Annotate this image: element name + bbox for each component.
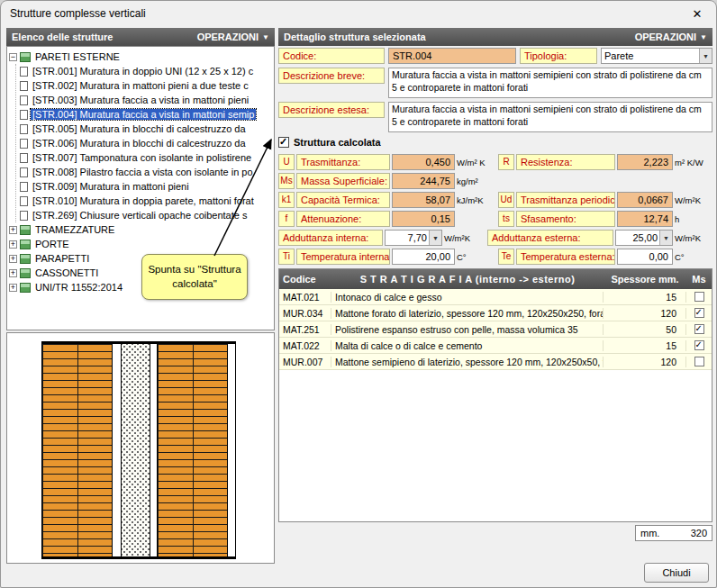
- expand-icon[interactable]: +: [9, 240, 17, 249]
- chevron-down-icon[interactable]: ▼: [659, 231, 672, 245]
- expand-icon[interactable]: +: [9, 269, 17, 277]
- total-thickness-value: 320: [691, 528, 707, 538]
- plaster-layer: [227, 344, 236, 556]
- mortar-layer: [112, 344, 121, 556]
- ms-checkbox[interactable]: [694, 340, 704, 350]
- tree-root[interactable]: + TRAMEZZATURE: [9, 222, 272, 237]
- tree-root-label: PARAPETTI: [33, 253, 91, 264]
- right-panel-header: Dettaglio struttura selezionata OPERAZIO…: [278, 28, 712, 46]
- struttura-calcolata-checkbox[interactable]: [278, 137, 289, 148]
- expand-icon[interactable]: +: [9, 226, 17, 234]
- tipologia-label: Tipologia:: [520, 48, 597, 64]
- cell-descrizione: Intonaco di calce e gesso: [331, 292, 604, 303]
- prefix-r: R: [498, 154, 514, 170]
- document-icon: [20, 67, 28, 77]
- chiudi-button[interactable]: Chiudi: [644, 563, 709, 583]
- trasmittanza-periodica-value: 0,0667: [617, 192, 673, 208]
- right-panel-title: Dettaglio struttura selezionata: [284, 32, 426, 42]
- cell-spessore: 50: [604, 324, 686, 335]
- tree-item[interactable]: [STR.003] Muratura faccia a vista in mat…: [20, 93, 272, 107]
- cell-descrizione: Mattone forato di laterizio, spessore 12…: [331, 308, 604, 319]
- struttura-calcolata-label: Struttura calcolata: [294, 137, 381, 148]
- prefix-ts: ts: [498, 211, 514, 227]
- adduttanza-esterna-select[interactable]: 25,00 ▼: [615, 230, 673, 246]
- ms-checkbox[interactable]: [694, 308, 704, 318]
- descrizione-breve-input[interactable]: Muratura faccia a vista in mattoni semip…: [388, 68, 712, 98]
- sfasamento-unit: h: [675, 214, 712, 224]
- cell-descrizione: Polistirene espanso estruso con pelle, m…: [331, 324, 604, 335]
- document-icon: [20, 124, 28, 134]
- tree-root[interactable]: + PORTE: [9, 237, 272, 251]
- prefix-ud: Ud: [498, 192, 514, 208]
- tree-item[interactable]: [STR.008] Pilastro faccia a vista con is…: [20, 165, 272, 179]
- ms-checkbox[interactable]: [694, 357, 704, 366]
- layers-icon: [20, 268, 31, 278]
- tree-item[interactable]: [STR.001] Muratura in doppio UNI (12 x 2…: [20, 64, 272, 78]
- chevron-down-icon[interactable]: ▼: [429, 231, 441, 245]
- massa-superficiale-label: Massa Superficiale:: [296, 173, 390, 189]
- tree-item[interactable]: [STR.005] Muratura in blocchi di calcest…: [20, 122, 272, 136]
- codice-field[interactable]: STR.004: [388, 48, 516, 64]
- chevron-down-icon: ▼: [700, 33, 707, 41]
- cell-codice: MAT.251: [279, 324, 331, 335]
- table-row[interactable]: MAT.022 Malta di calce o di calce e ceme…: [279, 338, 712, 354]
- header-codice: Codice: [279, 274, 331, 285]
- resistenza-unit: m² K/W: [675, 158, 712, 167]
- brick-layer: [41, 344, 112, 556]
- document-icon: [20, 182, 28, 192]
- sfasamento-value: 12,74: [617, 211, 673, 227]
- tree-item[interactable]: [STR.007] Tamponatura con isolante in po…: [20, 150, 272, 165]
- tree-root-label: PARETI ESTERNE: [33, 51, 122, 62]
- massa-superficiale-value: 244,75: [392, 173, 455, 189]
- tree-item[interactable]: [STR.269] Chiusure verticali opache coib…: [20, 208, 272, 222]
- table-row[interactable]: MUR.034 Mattone forato di laterizio, spe…: [279, 305, 712, 321]
- tree-item[interactable]: [STR.002] Muratura in mattoni pieni a du…: [20, 78, 272, 93]
- temperatura-esterna-label: Temperatura esterna:: [516, 249, 615, 265]
- temperatura-interna-field[interactable]: 20,00: [392, 249, 455, 265]
- tree-root-pareti-esterne[interactable]: − PARETI ESTERNE: [9, 50, 272, 64]
- tree-item-label: [STR.006] Muratura in blocchi di calcest…: [31, 138, 248, 149]
- cell-codice: MUR.034: [279, 308, 331, 319]
- insulation-layer: [121, 344, 150, 556]
- mortar-layer: [150, 344, 157, 556]
- attenuazione-value: 0,15: [392, 211, 455, 227]
- table-row[interactable]: MAT.021 Intonaco di calce e gesso 15: [279, 289, 712, 305]
- temperatura-interna-label: Temperatura interna:: [296, 249, 390, 265]
- tree-item[interactable]: [STR.010] Muratura in doppia parete, mat…: [20, 194, 272, 208]
- cell-codice: MAT.022: [279, 340, 331, 351]
- table-row[interactable]: MAT.251 Polistirene espanso estruso con …: [279, 321, 712, 338]
- descrizione-estesa-input[interactable]: Muratura faccia a vista in mattoni semip…: [388, 102, 712, 132]
- collapse-icon[interactable]: −: [9, 53, 17, 61]
- right-operations-label: OPERAZIONI: [635, 32, 696, 42]
- ms-checkbox[interactable]: [694, 292, 704, 302]
- resistenza-label: Resistenza:: [516, 154, 615, 170]
- table-body: MAT.021 Intonaco di calce e gesso 15 MUR…: [279, 289, 712, 521]
- left-operations-label: OPERAZIONI: [197, 32, 259, 42]
- right-operations-menu[interactable]: OPERAZIONI ▼: [635, 32, 707, 42]
- expand-icon[interactable]: +: [9, 255, 17, 263]
- trasmittanza-periodica-unit: W/m²K: [675, 195, 712, 205]
- close-icon[interactable]: ✕: [687, 7, 707, 21]
- tree-item-label: [STR.003] Muratura faccia a vista in mat…: [31, 95, 250, 105]
- tree-root-label: CASSONETTI: [33, 267, 100, 278]
- expand-icon[interactable]: +: [9, 284, 17, 292]
- tipologia-select[interactable]: Parete ▼: [601, 48, 712, 64]
- ms-checkbox[interactable]: [694, 324, 704, 334]
- document-icon: [20, 139, 28, 149]
- left-panel-title: Elenco delle strutture: [12, 32, 113, 42]
- chevron-down-icon[interactable]: ▼: [699, 49, 712, 63]
- cell-codice: MAT.021: [279, 292, 331, 303]
- table-row[interactable]: MUR.007 Mattone semipieno di laterizio, …: [279, 354, 712, 370]
- total-thickness-label: mm.: [640, 528, 659, 538]
- tree-item-label: [STR.008] Pilastro faccia a vista con is…: [31, 167, 255, 177]
- left-operations-menu[interactable]: OPERAZIONI ▼: [197, 32, 269, 42]
- cell-spessore: 120: [604, 308, 686, 319]
- tree-root-label: PORTE: [33, 239, 71, 249]
- temperatura-esterna-field[interactable]: 0,00: [617, 249, 673, 265]
- attenuazione-label: Attenuazione:: [296, 211, 390, 227]
- tree-item[interactable]: [STR.004] Muratura faccia a vista in mat…: [20, 107, 272, 122]
- tree-item[interactable]: [STR.009] Muratura in mattoni pieni: [20, 179, 272, 194]
- descrizione-estesa-label: Descrizione estesa:: [278, 102, 385, 118]
- tree-item[interactable]: [STR.006] Muratura in blocchi di calcest…: [20, 136, 272, 150]
- adduttanza-interna-select[interactable]: 7,70 ▼: [385, 230, 442, 246]
